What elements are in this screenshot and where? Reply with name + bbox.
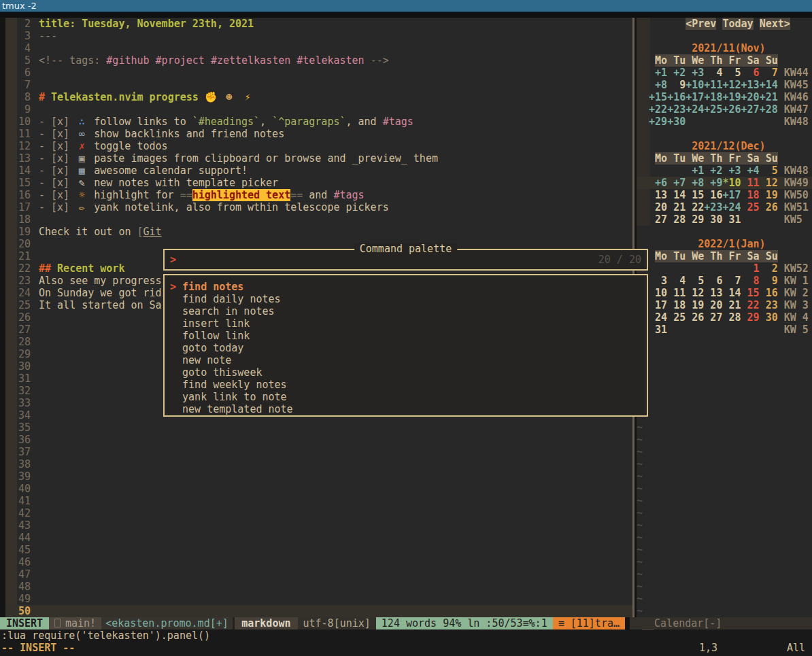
calendar-day[interactable]: +26 <box>722 103 741 116</box>
editor-line-6[interactable]: 6 <box>5 67 633 79</box>
calendar-day[interactable]: 22 <box>741 299 760 311</box>
palette-item[interactable]: > find notes <box>165 281 647 293</box>
calendar-day[interactable]: +23 <box>704 201 722 213</box>
calendar-day[interactable]: +21 <box>760 91 778 103</box>
calendar-day[interactable]: 1 <box>741 262 760 275</box>
calendar-day[interactable]: +24 <box>722 201 741 213</box>
calendar-day[interactable]: 6 <box>741 67 760 79</box>
calendar-day[interactable]: 26 <box>760 201 778 213</box>
calendar-day[interactable]: +18 <box>704 91 722 103</box>
editor-line-9[interactable]: 9 <box>5 103 633 116</box>
calendar-day[interactable]: 18 <box>741 189 760 201</box>
editor-line-44[interactable]: 44 <box>5 532 633 544</box>
calendar-day[interactable]: +12 <box>722 79 741 91</box>
editor-line-38[interactable]: 38 <box>5 458 633 470</box>
calendar-day[interactable]: +24 <box>686 103 704 116</box>
editor-line-48[interactable]: 48 <box>5 581 633 593</box>
calendar-day[interactable]: 9 <box>667 79 686 91</box>
calendar-day[interactable]: 12 <box>760 177 778 189</box>
calendar-day[interactable]: 26 <box>686 311 704 324</box>
editor-line-41[interactable]: 41 <box>5 495 633 507</box>
calendar-day[interactable]: 28 <box>722 311 741 324</box>
calendar-day[interactable]: 22 <box>686 201 704 213</box>
palette-item[interactable]: insert link <box>165 317 647 330</box>
calendar-day[interactable]: 17 <box>649 299 667 311</box>
calendar-day[interactable]: 21 <box>722 299 741 311</box>
calendar-day[interactable]: 7 <box>722 275 741 287</box>
calendar-day[interactable]: +3 <box>722 165 741 177</box>
calendar-day[interactable]: +16 <box>667 91 686 103</box>
calendar-day[interactable]: +27 <box>741 103 760 116</box>
calendar-day[interactable]: +8 <box>686 177 704 189</box>
calendar-day[interactable]: 24 <box>649 311 667 324</box>
calendar-day[interactable]: 28 <box>667 213 686 226</box>
calendar-day[interactable]: 31 <box>722 213 741 226</box>
editor-line-13[interactable]: 13- [x] ▣ paste images from clipboard or… <box>5 152 633 165</box>
editor-line-49[interactable]: 49 <box>5 593 633 605</box>
calendar-day[interactable]: 15 <box>686 189 704 201</box>
calendar-day[interactable]: 4 <box>667 275 686 287</box>
editor-line-7[interactable]: 7 <box>5 79 633 91</box>
calendar-day[interactable]: 25 <box>741 201 760 213</box>
calendar-day[interactable]: 27 <box>704 311 722 324</box>
calendar-day[interactable]: 23 <box>760 299 778 311</box>
calendar-day[interactable]: 8 <box>741 275 760 287</box>
editor-line-14[interactable]: 14- [x] ▦ awesome calendar support! <box>5 165 633 177</box>
calendar-day[interactable]: 29 <box>741 311 760 324</box>
editor-line-10[interactable]: 10- [x] ∴ follow links to `#headings`, `… <box>5 116 633 128</box>
calendar-day[interactable]: 31 <box>649 324 667 336</box>
calendar-day[interactable]: +1 <box>649 67 667 79</box>
editor-line-8[interactable]: 8# Telekasten.nvim progress ✊ ☻ ⚡ <box>5 91 633 103</box>
editor-line-19[interactable]: 19Check it out on [Git <box>5 226 633 238</box>
calendar-day[interactable]: 19 <box>760 189 778 201</box>
command-line[interactable]: :lua require('telekasten').panel() <box>0 629 812 642</box>
calendar-day[interactable]: +13 <box>741 79 760 91</box>
calendar-day[interactable]: 2 <box>760 262 778 275</box>
editor-line-43[interactable]: 43 <box>5 519 633 532</box>
calendar-day[interactable]: 27 <box>649 213 667 226</box>
editor-line-5[interactable]: 5<!-- tags: #github #project #zettelkast… <box>5 54 633 67</box>
editor-line-39[interactable]: 39 <box>5 470 633 483</box>
calendar-day[interactable]: 14 <box>667 189 686 201</box>
calendar-day[interactable]: 19 <box>686 299 704 311</box>
palette-item[interactable]: find weekly notes <box>165 379 647 391</box>
editor-line-11[interactable]: 11- [x] ∞ show backlinks and friend note… <box>5 128 633 140</box>
calendar-day[interactable]: +30 <box>667 116 686 128</box>
palette-item[interactable]: find daily notes <box>165 293 647 305</box>
calendar-day[interactable]: +17 <box>722 189 741 201</box>
calendar-day[interactable]: 13 <box>704 287 722 299</box>
palette-item[interactable]: goto today <box>165 342 647 354</box>
editor-line-36[interactable]: 36 <box>5 434 633 446</box>
calendar-day[interactable]: +22 <box>649 103 667 116</box>
calendar-day[interactable]: 25 <box>667 311 686 324</box>
calendar-day[interactable]: +1 <box>686 165 704 177</box>
calendar-day[interactable]: +11 <box>704 79 722 91</box>
palette-item[interactable]: yank link to note <box>165 391 647 403</box>
prev-button[interactable]: <Prev <box>686 18 716 30</box>
calendar-day[interactable]: +14 <box>760 79 778 91</box>
calendar-day[interactable]: +9 <box>704 177 722 189</box>
calendar-day[interactable]: 29 <box>686 213 704 226</box>
palette-item[interactable]: search in notes <box>165 305 647 317</box>
calendar-day[interactable]: +4 <box>741 165 760 177</box>
calendar-pane[interactable]: <Prev Today Next> 2021/11(Nov) Mo Tu We … <box>637 18 812 617</box>
editor-line-17[interactable]: 17- [x] ✏ yank notelink, also from wthin… <box>5 201 633 213</box>
calendar-day[interactable]: 13 <box>649 189 667 201</box>
calendar-day[interactable]: 20 <box>704 299 722 311</box>
editor-line-15[interactable]: 15- [x] ✎ new notes with template picker <box>5 177 633 189</box>
calendar-day[interactable]: +28 <box>760 103 778 116</box>
palette-item[interactable]: follow link <box>165 330 647 342</box>
calendar-day[interactable]: +19 <box>722 91 741 103</box>
calendar-day[interactable]: 9 <box>760 275 778 287</box>
calendar-day[interactable]: 5 <box>760 165 778 177</box>
calendar-day[interactable]: 30 <box>760 311 778 324</box>
calendar-day[interactable]: 15 <box>741 287 760 299</box>
calendar-day[interactable]: 21 <box>667 201 686 213</box>
calendar-day[interactable]: 5 <box>686 275 704 287</box>
calendar-day[interactable]: 10 <box>649 287 667 299</box>
editor-line-35[interactable]: 35 <box>5 421 633 434</box>
calendar-day[interactable]: +10 <box>686 79 704 91</box>
calendar-day[interactable]: +15 <box>649 91 667 103</box>
calendar-day[interactable]: 20 <box>649 201 667 213</box>
editor-line-46[interactable]: 46 <box>5 556 633 568</box>
